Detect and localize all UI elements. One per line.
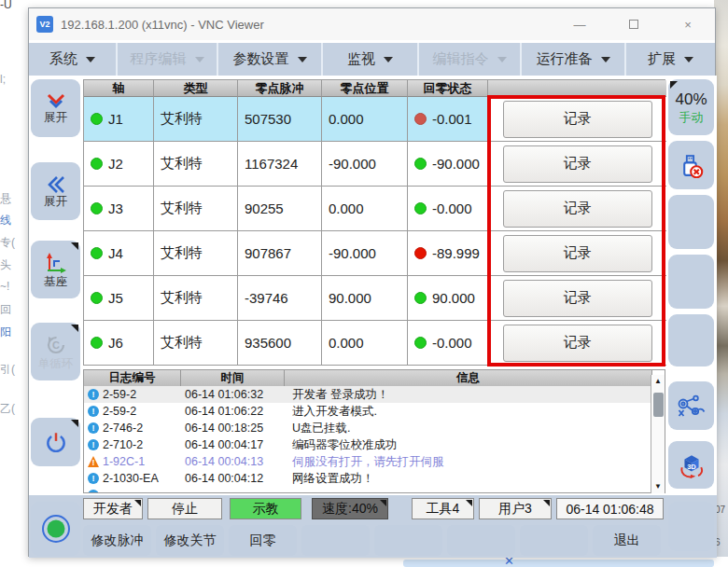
empty-rail-button	[668, 195, 714, 249]
record-button-j5[interactable]: 记录	[503, 280, 652, 317]
axis-table: 轴 类型 零点脉冲 零点位置 回零状态 J1 艾利特 507530 0.000 …	[83, 79, 665, 366]
speed-badge[interactable]: 速度:40%	[312, 498, 388, 519]
chevron-down-icon	[384, 57, 393, 62]
corner-menu-mark	[71, 242, 78, 250]
scrollbar-thumb[interactable]	[653, 393, 664, 417]
chevron-down-icon	[195, 57, 204, 62]
bg-fragment: ~!	[0, 280, 27, 293]
scroll-down-icon[interactable]: ▼	[651, 480, 665, 493]
table-row-j1[interactable]: J1 艾利特 507530 0.000 -0.001 记录	[84, 97, 665, 142]
view-3d-button[interactable]: 3D	[668, 441, 714, 489]
exit-button[interactable]: 退出	[593, 525, 661, 556]
desktop: -U l; 悬 线 专( 头 ~! 回 阳 引( 乙( 07 6 ✕ V2 19…	[0, 0, 728, 567]
usb-unmount-button[interactable]	[668, 141, 714, 189]
menu-parameters[interactable]: 参数设置	[218, 43, 323, 76]
status-led	[414, 292, 427, 304]
expand-label: 展开	[44, 112, 67, 124]
status-bar: 开发者 停止 示教 速度:40% 工具4 用户3 06-14 01:06:48	[83, 498, 665, 520]
table-row-j5[interactable]: J5 艾利特 -39746 90.000 90.000 记录	[84, 276, 665, 321]
bg-fragment: l;	[0, 73, 27, 86]
corner-menu-mark	[134, 500, 141, 506]
single-cycle-icon: C	[45, 334, 67, 356]
single-cycle-label: 单循环	[38, 358, 74, 370]
menu-edit-command: 编辑指令	[419, 43, 522, 76]
bg-fragment: 回	[0, 302, 27, 318]
record-button-j4[interactable]: 记录	[503, 235, 652, 272]
servo-power-button[interactable]	[31, 418, 80, 466]
close-button[interactable]: ×	[661, 8, 715, 40]
record-button-j3[interactable]: 记录	[503, 190, 652, 228]
menu-extension[interactable]: 扩展	[626, 43, 715, 76]
home-button[interactable]: 回零	[229, 525, 297, 556]
mode-badge: 示教	[230, 498, 301, 519]
empty-fkey	[447, 525, 515, 556]
3d-cube-icon: 3D	[679, 452, 705, 478]
scroll-up-icon[interactable]: ▲	[651, 375, 665, 388]
usb-disconnected-icon	[679, 153, 704, 178]
col-log-id: 日志编号	[84, 370, 181, 386]
bg-fragment: 线	[0, 213, 27, 228]
window-title: 192.168.1.200 (x11vnc) - VNC Viewer	[61, 18, 553, 32]
table-row-j6[interactable]: J6 艾利特 935600 0.000 -0.000 记录	[84, 321, 665, 366]
titlebar: V2 192.168.1.200 (x11vnc) - VNC Viewer —…	[29, 8, 715, 40]
menu-run-prepare[interactable]: 运行准备	[522, 43, 626, 76]
status-led	[414, 247, 427, 259]
info-icon	[88, 422, 99, 434]
col-type: 类型	[154, 80, 238, 97]
table-row-j3[interactable]: J3 艾利特 90255 0.000 -0.000 记录	[84, 187, 665, 231]
log-row[interactable]: 2-710-2 06-14 00:04:17 编码器零位校准成功	[84, 436, 665, 453]
speed-mode-button[interactable]: 40% 手动	[668, 79, 714, 135]
base-frame-button[interactable]: 基座	[31, 241, 80, 298]
modify-pulse-button[interactable]: 修改脉冲	[83, 525, 151, 556]
manual-mode-label: 手动	[679, 110, 704, 124]
col-axis: 轴	[84, 80, 154, 97]
log-row[interactable]: 2-59-2 06-14 01:06:22 进入开发者模式.	[84, 403, 665, 420]
log-row[interactable]: 2-1030-EA 06-14 00:04:12 网络设置成功！	[84, 470, 665, 487]
robot-arm-icon	[676, 394, 707, 418]
clock: 06-14 01:06:48	[556, 498, 664, 519]
vnc-viewer-window: V2 192.168.1.200 (x11vnc) - VNC Viewer —…	[28, 7, 716, 557]
speed-percent: 40%	[675, 91, 707, 108]
bg-taskbar-fragment	[403, 560, 714, 567]
user-frame-badge[interactable]: 用户3	[479, 498, 552, 519]
menubar: 系统 程序编辑 参数设置 监视 编辑指令 运行准备 扩展	[29, 43, 715, 76]
expand-left-button[interactable]: 展开	[31, 162, 80, 220]
info-icon	[88, 406, 99, 417]
record-button-j1[interactable]: 记录	[503, 101, 652, 138]
modify-joint-button[interactable]: 修改关节	[156, 525, 224, 556]
bg-fragment: 头	[0, 257, 27, 273]
chevron-down-icon	[684, 57, 693, 62]
single-cycle-button[interactable]: C 单循环	[31, 323, 80, 380]
empty-fkey	[301, 525, 370, 556]
info-icon	[88, 389, 99, 400]
robot-jog-button[interactable]	[668, 381, 714, 430]
bg-fragment: 阳	[0, 325, 27, 340]
axis-led	[91, 292, 103, 304]
menu-system[interactable]: 系统	[29, 43, 118, 76]
log-scrollbar[interactable]: ▲ ▼	[651, 375, 665, 493]
table-row-j4[interactable]: J4 艾利特 907867 -90.000 -89.999 记录	[84, 231, 665, 276]
axis-table-header: 轴 类型 零点脉冲 零点位置 回零状态	[84, 80, 665, 97]
maximize-button[interactable]	[607, 8, 661, 40]
col-log-msg: 信息	[285, 370, 652, 386]
minimize-button[interactable]: —	[553, 8, 607, 40]
record-button-j6[interactable]: 记录	[503, 325, 652, 362]
empty-fkey	[520, 525, 588, 556]
empty-rail-button	[668, 502, 714, 551]
log-row[interactable]: 2-746-2 06-14 00:18:25 U盘已挂载.	[84, 420, 665, 436]
bg-fragment: 悬	[0, 191, 27, 207]
user-level-badge[interactable]: 开发者	[83, 498, 143, 519]
log-row-warning[interactable]: 1-92C-1 06-14 00:04:13 伺服没有打开，请先打开伺服	[84, 453, 665, 470]
menu-monitor[interactable]: 监视	[323, 43, 419, 76]
info-icon	[88, 490, 99, 492]
log-row-partial[interactable]	[84, 487, 665, 492]
log-row[interactable]: 2-59-2 06-14 01:06:32 开发者 登录成功！	[84, 386, 665, 403]
table-row-j2[interactable]: J2 艾利特 1167324 -90.000 -90.000 记录	[84, 142, 665, 187]
status-led	[414, 337, 427, 349]
chevron-down-icon	[497, 57, 507, 62]
axis-led	[91, 202, 103, 214]
expand-down-button[interactable]: 展开	[31, 79, 80, 137]
tool-badge[interactable]: 工具4	[412, 498, 474, 519]
record-button-j2[interactable]: 记录	[503, 145, 652, 183]
start-enable-button[interactable]	[31, 502, 80, 556]
